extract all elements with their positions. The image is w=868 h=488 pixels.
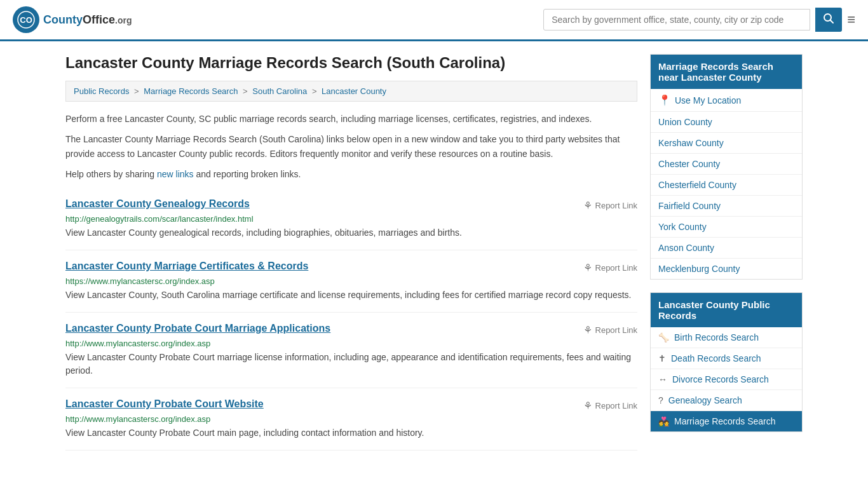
result-title-0[interactable]: Lancaster County Genealogy Records bbox=[65, 198, 250, 210]
result-desc-2: View Lancaster County Probate Court marr… bbox=[65, 351, 637, 377]
results-list: Lancaster County Genealogy Records ⚘ Rep… bbox=[65, 188, 637, 451]
divorce-icon: ↔ bbox=[658, 374, 667, 384]
result-desc-1: View Lancaster County, South Carolina ma… bbox=[65, 288, 637, 302]
result-title-3[interactable]: Lancaster County Probate Court Website bbox=[65, 398, 264, 410]
result-item-2: Lancaster County Probate Court Marriage … bbox=[65, 313, 637, 388]
sidebar-use-location[interactable]: 📍 Use My Location bbox=[651, 89, 802, 112]
result-item-3: Lancaster County Probate Court Website ⚘… bbox=[65, 388, 637, 451]
result-desc-3: View Lancaster County Probate Court main… bbox=[65, 426, 637, 440]
location-icon: 📍 bbox=[658, 94, 671, 106]
result-url-1[interactable]: https://www.mylancastersc.org/index.asp bbox=[65, 276, 637, 286]
sidebar-public-records-header: Lancaster County Public Records bbox=[651, 293, 802, 327]
page-title: Lancaster County Marriage Records Search… bbox=[65, 54, 637, 72]
search-button[interactable] bbox=[815, 8, 842, 32]
site-header: CO CountyOffice.org ≡ bbox=[0, 0, 868, 41]
result-item-1: Lancaster County Marriage Certificates &… bbox=[65, 250, 637, 313]
result-header-1: Lancaster County Marriage Certificates &… bbox=[65, 261, 637, 274]
result-url-2[interactable]: http://www.mylancastersc.org/index.asp bbox=[65, 339, 637, 348]
result-url-0[interactable]: http://genealogytrails.com/scar/lancaste… bbox=[65, 214, 637, 224]
logo-icon: CO bbox=[13, 6, 39, 33]
breadcrumb-marriage-search[interactable]: Marriage Records Search bbox=[144, 86, 238, 96]
report-link-1[interactable]: ⚘ Report Link bbox=[583, 262, 637, 274]
sidebar-nearby-section: Marriage Records Search near Lancaster C… bbox=[650, 54, 803, 280]
description-2: The Lancaster County Marriage Records Se… bbox=[65, 132, 637, 161]
sidebar-item-chester-county[interactable]: Chester County bbox=[651, 154, 802, 175]
sidebar-item-fairfield-county[interactable]: Fairfield County bbox=[651, 196, 802, 217]
breadcrumb-public-records[interactable]: Public Records bbox=[74, 86, 129, 96]
report-icon-0: ⚘ bbox=[583, 200, 592, 212]
menu-button[interactable]: ≡ bbox=[847, 11, 855, 28]
report-icon-1: ⚘ bbox=[583, 262, 592, 274]
breadcrumb: Public Records > Marriage Records Search… bbox=[65, 81, 637, 102]
search-input[interactable] bbox=[543, 9, 810, 30]
sidebar-item-kershaw-county[interactable]: Kershaw County bbox=[651, 133, 802, 154]
genealogy-icon: ? bbox=[658, 395, 663, 405]
search-area: ≡ bbox=[543, 8, 855, 32]
sidebar-genealogy-search[interactable]: ? Genealogy Search bbox=[651, 390, 802, 411]
sidebar: Marriage Records Search near Lancaster C… bbox=[650, 54, 803, 451]
description-1: Perform a free Lancaster County, SC publ… bbox=[65, 112, 637, 126]
sidebar-public-records-section: Lancaster County Public Records 🦴 Birth … bbox=[650, 292, 803, 432]
breadcrumb-lancaster-county[interactable]: Lancaster County bbox=[322, 86, 386, 96]
new-links-link[interactable]: new links bbox=[157, 169, 194, 179]
result-url-3[interactable]: http://www.mylancastersc.org/index.asp bbox=[65, 414, 637, 424]
report-icon-3: ⚘ bbox=[583, 400, 592, 412]
result-desc-0: View Lancaster County genealogical recor… bbox=[65, 226, 637, 240]
description-3: Help others by sharing new links and rep… bbox=[65, 167, 637, 181]
result-title-1[interactable]: Lancaster County Marriage Certificates &… bbox=[65, 261, 308, 272]
sidebar-item-mecklenburg-county[interactable]: Mecklenburg County bbox=[651, 259, 802, 279]
result-item-0: Lancaster County Genealogy Records ⚘ Rep… bbox=[65, 188, 637, 250]
sidebar-death-records[interactable]: ✝ Death Records Search bbox=[651, 348, 802, 369]
marriage-icon: 💑 bbox=[658, 416, 669, 426]
report-link-2[interactable]: ⚘ Report Link bbox=[583, 324, 637, 336]
svg-text:CO: CO bbox=[20, 15, 32, 25]
sidebar-item-union-county[interactable]: Union County bbox=[651, 112, 802, 133]
logo-text: CountyOffice.org bbox=[43, 13, 132, 27]
report-link-0[interactable]: ⚘ Report Link bbox=[583, 200, 637, 212]
result-header-3: Lancaster County Probate Court Website ⚘… bbox=[65, 398, 637, 412]
result-header-2: Lancaster County Probate Court Marriage … bbox=[65, 323, 637, 336]
sidebar-nearby-header: Marriage Records Search near Lancaster C… bbox=[651, 55, 802, 89]
death-icon: ✝ bbox=[658, 353, 666, 363]
sidebar-item-anson-county[interactable]: Anson County bbox=[651, 238, 802, 259]
sidebar-divorce-records[interactable]: ↔ Divorce Records Search bbox=[651, 369, 802, 390]
birth-icon: 🦴 bbox=[658, 332, 669, 342]
logo-area: CO CountyOffice.org bbox=[13, 6, 132, 33]
main-container: Lancaster County Marriage Records Search… bbox=[53, 41, 815, 463]
sidebar-marriage-records[interactable]: 💑 Marriage Records Search bbox=[651, 411, 802, 431]
sidebar-birth-records[interactable]: 🦴 Birth Records Search bbox=[651, 327, 802, 348]
use-location-link[interactable]: Use My Location bbox=[675, 95, 741, 105]
result-header-0: Lancaster County Genealogy Records ⚘ Rep… bbox=[65, 198, 637, 212]
svg-line-3 bbox=[831, 20, 834, 24]
sidebar-item-chesterfield-county[interactable]: Chesterfield County bbox=[651, 175, 802, 196]
report-link-3[interactable]: ⚘ Report Link bbox=[583, 400, 637, 412]
report-icon-2: ⚘ bbox=[583, 324, 592, 336]
sidebar-item-york-county[interactable]: York County bbox=[651, 217, 802, 238]
content-area: Lancaster County Marriage Records Search… bbox=[65, 54, 637, 451]
breadcrumb-south-carolina[interactable]: South Carolina bbox=[252, 86, 307, 96]
result-title-2[interactable]: Lancaster County Probate Court Marriage … bbox=[65, 323, 330, 334]
